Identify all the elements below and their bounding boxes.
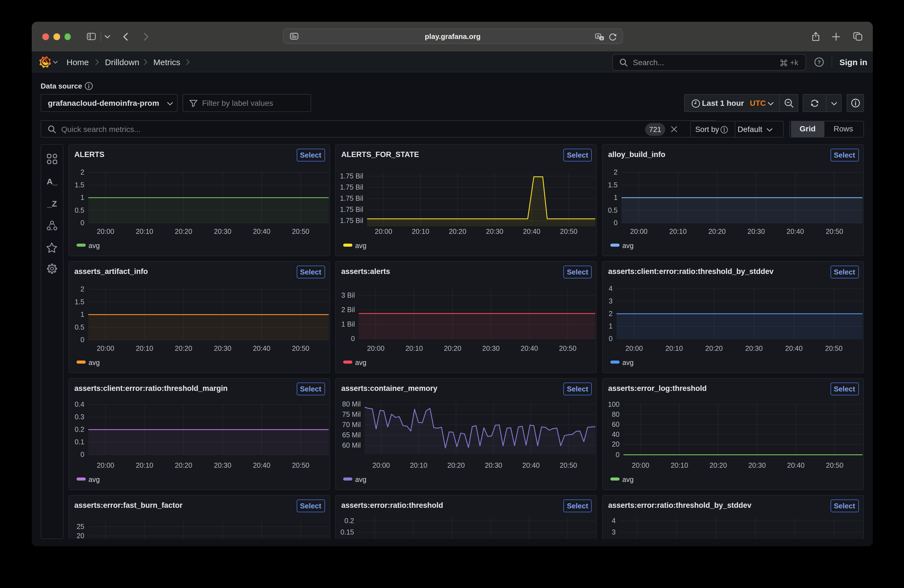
svg-text:1.75 Bil: 1.75 Bil bbox=[340, 217, 363, 224]
svg-text:60: 60 bbox=[612, 420, 619, 428]
svg-text:0: 0 bbox=[351, 335, 355, 343]
svg-text:20:40: 20:40 bbox=[253, 345, 270, 352]
svg-text:0: 0 bbox=[615, 451, 619, 458]
svg-text:avg: avg bbox=[622, 476, 633, 483]
svg-text:1.75 Bil: 1.75 Bil bbox=[340, 205, 363, 213]
svg-text:0: 0 bbox=[608, 335, 612, 343]
svg-text:avg: avg bbox=[355, 359, 366, 367]
svg-text:20:10: 20:10 bbox=[136, 228, 153, 235]
svg-text:40: 40 bbox=[612, 430, 619, 438]
svg-text:4: 4 bbox=[612, 517, 615, 525]
svg-text:20:50: 20:50 bbox=[560, 228, 577, 235]
svg-text:20:20: 20:20 bbox=[709, 462, 727, 469]
svg-text:20:10: 20:10 bbox=[136, 345, 153, 352]
svg-text:60 Mil: 60 Mil bbox=[342, 441, 361, 449]
svg-text:0.2: 0.2 bbox=[74, 425, 84, 433]
svg-text:1 Bil: 1 Bil bbox=[341, 320, 355, 328]
svg-text:3 Bil: 3 Bil bbox=[341, 291, 355, 299]
svg-text:A: A bbox=[597, 34, 599, 38]
svg-text:2: 2 bbox=[80, 285, 84, 293]
svg-text:20:00: 20:00 bbox=[372, 462, 390, 469]
svg-text:0: 0 bbox=[80, 336, 84, 343]
svg-text:?: ? bbox=[817, 59, 820, 65]
svg-text:20:00: 20:00 bbox=[625, 345, 643, 352]
svg-text:20:40: 20:40 bbox=[522, 462, 540, 469]
svg-text:1.75 Bil: 1.75 Bil bbox=[340, 194, 363, 202]
svg-text:0.5: 0.5 bbox=[608, 206, 617, 214]
svg-text:20:00: 20:00 bbox=[632, 462, 649, 469]
svg-text:70 Mil: 70 Mil bbox=[342, 420, 361, 428]
svg-text:20:20: 20:20 bbox=[174, 228, 192, 235]
svg-text:20:20: 20:20 bbox=[444, 345, 461, 352]
svg-text:20:50: 20:50 bbox=[825, 345, 842, 352]
svg-text:1: 1 bbox=[613, 193, 617, 201]
svg-text:20:00: 20:00 bbox=[96, 345, 114, 352]
svg-text:65 Mil: 65 Mil bbox=[342, 431, 361, 439]
svg-text:20:30: 20:30 bbox=[214, 228, 231, 235]
svg-text:0.5: 0.5 bbox=[74, 206, 84, 214]
svg-text:avg: avg bbox=[88, 242, 100, 250]
svg-text:80 Mil: 80 Mil bbox=[342, 400, 361, 408]
svg-text:1.5: 1.5 bbox=[608, 181, 617, 189]
svg-text:20:10: 20:10 bbox=[665, 345, 683, 352]
svg-text:20:10: 20:10 bbox=[136, 462, 153, 469]
svg-text:20: 20 bbox=[76, 532, 84, 539]
svg-text:1.75 Bil: 1.75 Bil bbox=[340, 183, 363, 191]
svg-text:avg: avg bbox=[622, 359, 633, 367]
svg-text:0.15: 0.15 bbox=[340, 528, 354, 536]
svg-text:avg: avg bbox=[355, 476, 366, 483]
svg-text:20:10: 20:10 bbox=[670, 462, 688, 469]
svg-text:25: 25 bbox=[76, 523, 84, 530]
svg-text:20:50: 20:50 bbox=[826, 462, 843, 469]
svg-text:0.5: 0.5 bbox=[74, 323, 84, 331]
svg-text:20:00: 20:00 bbox=[96, 462, 114, 469]
svg-text:20:30: 20:30 bbox=[214, 345, 231, 352]
svg-text:20:20: 20:20 bbox=[708, 228, 725, 235]
svg-text:20:30: 20:30 bbox=[485, 462, 503, 469]
svg-text:20:10: 20:10 bbox=[406, 345, 423, 352]
svg-text:x: x bbox=[601, 36, 602, 40]
svg-text:20: 20 bbox=[612, 440, 619, 448]
svg-text:20:20: 20:20 bbox=[705, 345, 722, 352]
svg-text:0: 0 bbox=[80, 450, 84, 458]
svg-text:0.3: 0.3 bbox=[74, 413, 84, 420]
svg-text:20:20: 20:20 bbox=[174, 462, 192, 469]
svg-text:20:50: 20:50 bbox=[560, 462, 577, 469]
svg-text:20:40: 20:40 bbox=[786, 228, 804, 235]
svg-text:0: 0 bbox=[80, 219, 84, 227]
svg-text:avg: avg bbox=[622, 242, 633, 250]
svg-text:20:20: 20:20 bbox=[449, 228, 466, 235]
svg-text:75 Mil: 75 Mil bbox=[342, 410, 361, 418]
svg-text:20:40: 20:40 bbox=[785, 345, 803, 352]
svg-text:1: 1 bbox=[80, 310, 84, 318]
svg-text:20:10: 20:10 bbox=[412, 228, 430, 235]
svg-text:20:20: 20:20 bbox=[174, 345, 192, 352]
svg-text:20:30: 20:30 bbox=[214, 462, 231, 469]
svg-text:2 Bil: 2 Bil bbox=[341, 306, 355, 313]
svg-text:3: 3 bbox=[608, 297, 612, 305]
svg-text:0.1: 0.1 bbox=[74, 438, 84, 446]
svg-text:20:40: 20:40 bbox=[253, 228, 270, 235]
svg-text:20:00: 20:00 bbox=[630, 228, 647, 235]
svg-text:avg: avg bbox=[88, 359, 100, 367]
svg-text:20:00: 20:00 bbox=[96, 228, 114, 235]
svg-text:20:20: 20:20 bbox=[447, 462, 465, 469]
svg-text:1.5: 1.5 bbox=[74, 298, 84, 306]
svg-text:20:40: 20:40 bbox=[253, 462, 270, 469]
svg-text:20:50: 20:50 bbox=[292, 462, 309, 469]
svg-text:0: 0 bbox=[613, 219, 617, 227]
svg-text:20:30: 20:30 bbox=[482, 345, 500, 352]
svg-text:20:30: 20:30 bbox=[748, 462, 766, 469]
svg-text:0.4: 0.4 bbox=[74, 400, 84, 408]
svg-text:avg: avg bbox=[88, 476, 100, 483]
svg-text:100: 100 bbox=[608, 400, 619, 408]
svg-text:1: 1 bbox=[608, 322, 612, 330]
svg-text:20:50: 20:50 bbox=[825, 228, 843, 235]
svg-text:20:40: 20:40 bbox=[523, 228, 541, 235]
svg-text:1.75 Bil: 1.75 Bil bbox=[340, 172, 363, 180]
svg-text:20:50: 20:50 bbox=[292, 228, 309, 235]
svg-text:1: 1 bbox=[80, 193, 84, 201]
svg-text:0.2: 0.2 bbox=[344, 517, 354, 525]
svg-text:2: 2 bbox=[80, 168, 84, 176]
svg-text:20:10: 20:10 bbox=[410, 462, 428, 469]
